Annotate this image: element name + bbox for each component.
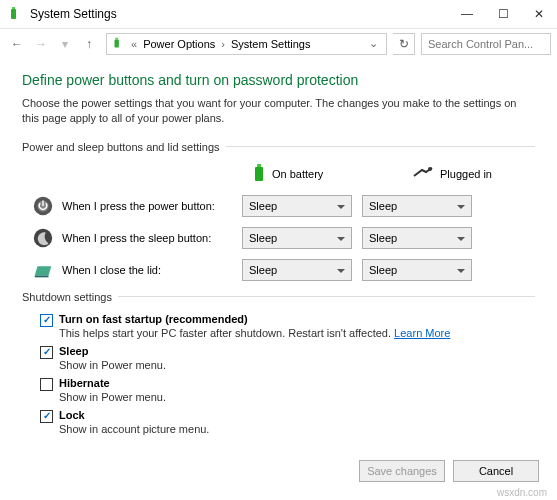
fast-startup-row: Turn on fast startup (recommended) This … xyxy=(40,313,535,339)
group-shutdown-label: Shutdown settings xyxy=(22,291,535,303)
svg-rect-3 xyxy=(115,37,118,39)
breadcrumb-sep: › xyxy=(219,38,227,50)
battery-icon xyxy=(111,36,125,52)
minimize-button[interactable]: — xyxy=(449,0,485,28)
maximize-button[interactable]: ☐ xyxy=(485,0,521,28)
svg-rect-5 xyxy=(257,164,261,167)
footer-buttons: Save changes Cancel xyxy=(359,460,539,482)
lid-plugged-select[interactable]: Sleep xyxy=(362,259,472,281)
address-dropdown[interactable]: ⌄ xyxy=(365,37,382,50)
page-description: Choose the power settings that you want … xyxy=(22,96,535,127)
svg-rect-4 xyxy=(255,167,263,181)
learn-more-link[interactable]: Learn More xyxy=(394,327,450,339)
lid-icon xyxy=(32,259,54,281)
hibernate-row: Hibernate Show in Power menu. xyxy=(40,377,535,403)
fast-startup-title: Turn on fast startup (recommended) xyxy=(59,313,450,325)
col-on-battery: On battery xyxy=(252,163,372,185)
col-plugged-in: Plugged in xyxy=(412,163,532,185)
save-changes-button[interactable]: Save changes xyxy=(359,460,445,482)
row-close-lid: When I close the lid: Sleep Sleep xyxy=(22,259,535,281)
cancel-button[interactable]: Cancel xyxy=(453,460,539,482)
power-button-icon xyxy=(32,195,54,217)
column-headers: On battery Plugged in xyxy=(252,163,535,185)
page-heading: Define power buttons and turn on passwor… xyxy=(22,72,535,88)
plug-icon xyxy=(412,166,434,182)
close-button[interactable]: ✕ xyxy=(521,0,557,28)
row-label: When I press the sleep button: xyxy=(62,232,242,244)
lock-desc: Show in account picture menu. xyxy=(59,423,209,435)
row-label: When I press the power button: xyxy=(62,200,242,212)
power-button-battery-select[interactable]: Sleep xyxy=(242,195,352,217)
svg-point-6 xyxy=(428,167,432,171)
svg-rect-2 xyxy=(115,39,119,47)
nav-bar: ← → ▾ ↑ « Power Options › System Setting… xyxy=(0,28,557,58)
window-title: System Settings xyxy=(30,7,449,21)
breadcrumb-power-options[interactable]: Power Options xyxy=(143,38,215,50)
up-button[interactable]: ↑ xyxy=(78,33,100,55)
row-label: When I close the lid: xyxy=(62,264,242,276)
lock-checkbox[interactable] xyxy=(40,410,53,423)
svg-rect-0 xyxy=(11,9,16,19)
battery-icon xyxy=(252,163,266,185)
title-bar: System Settings — ☐ ✕ xyxy=(0,0,557,28)
svg-rect-1 xyxy=(12,7,15,9)
hibernate-checkbox[interactable] xyxy=(40,378,53,391)
sleep-button-icon xyxy=(32,227,54,249)
fast-startup-checkbox[interactable] xyxy=(40,314,53,327)
breadcrumb-sep: « xyxy=(129,38,139,50)
power-options-icon xyxy=(8,6,24,22)
group-power-sleep-label: Power and sleep buttons and lid settings xyxy=(22,141,535,153)
power-button-plugged-select[interactable]: Sleep xyxy=(362,195,472,217)
sleep-row: Sleep Show in Power menu. xyxy=(40,345,535,371)
row-power-button: When I press the power button: Sleep Sle… xyxy=(22,195,535,217)
sleep-checkbox[interactable] xyxy=(40,346,53,359)
content-area: Define power buttons and turn on passwor… xyxy=(0,58,557,443)
lock-row: Lock Show in account picture menu. xyxy=(40,409,535,435)
sleep-button-plugged-select[interactable]: Sleep xyxy=(362,227,472,249)
sleep-title: Sleep xyxy=(59,345,166,357)
back-button[interactable]: ← xyxy=(6,33,28,55)
recent-locations-button[interactable]: ▾ xyxy=(54,33,76,55)
lid-battery-select[interactable]: Sleep xyxy=(242,259,352,281)
breadcrumb-system-settings[interactable]: System Settings xyxy=(231,38,310,50)
address-bar[interactable]: « Power Options › System Settings ⌄ xyxy=(106,33,387,55)
fast-startup-desc: This helps start your PC faster after sh… xyxy=(59,327,450,339)
search-input[interactable]: Search Control Pan... xyxy=(421,33,551,55)
hibernate-desc: Show in Power menu. xyxy=(59,391,166,403)
watermark: wsxdn.com xyxy=(497,487,547,498)
row-sleep-button: When I press the sleep button: Sleep Sle… xyxy=(22,227,535,249)
hibernate-title: Hibernate xyxy=(59,377,166,389)
refresh-button[interactable]: ↻ xyxy=(393,33,415,55)
sleep-desc: Show in Power menu. xyxy=(59,359,166,371)
lock-title: Lock xyxy=(59,409,209,421)
forward-button[interactable]: → xyxy=(30,33,52,55)
sleep-button-battery-select[interactable]: Sleep xyxy=(242,227,352,249)
